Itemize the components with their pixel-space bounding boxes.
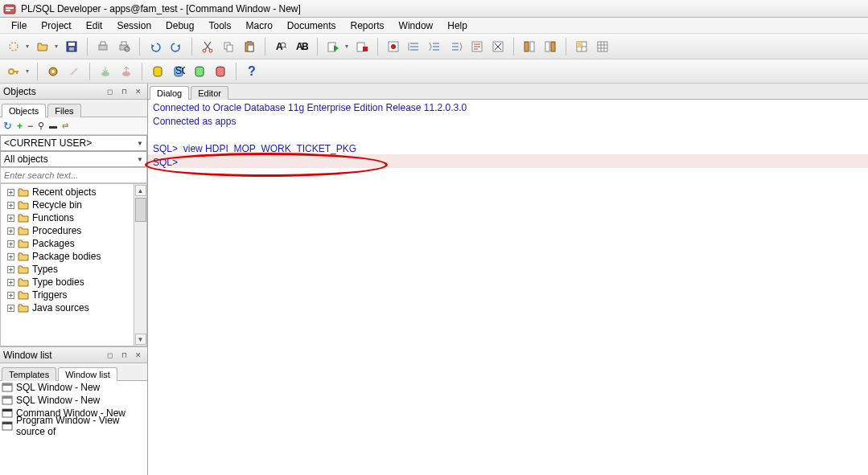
sql-prompt: SQL> bbox=[153, 157, 178, 168]
tree-node-functions[interactable]: +Functions bbox=[1, 211, 134, 224]
menu-macro[interactable]: Macro bbox=[239, 18, 278, 33]
svg-rect-7 bbox=[99, 45, 107, 50]
object-filter-combo[interactable]: All objects ▼ bbox=[0, 151, 147, 167]
svg-rect-17 bbox=[247, 41, 252, 43]
menu-file[interactable]: File bbox=[5, 18, 33, 33]
dim-icon[interactable] bbox=[65, 63, 83, 80]
tree-node-packagebodies[interactable]: +Package bodies bbox=[1, 250, 134, 263]
tree-node-javasources[interactable]: +Java sources bbox=[1, 301, 134, 314]
add-icon[interactable]: + bbox=[17, 121, 23, 132]
tab-files[interactable]: Files bbox=[47, 104, 80, 117]
redo-icon[interactable] bbox=[167, 38, 185, 55]
remove-icon[interactable]: − bbox=[27, 121, 33, 132]
tree-node-recyclebin[interactable]: +Recycle bin bbox=[1, 199, 134, 211]
copy-icon[interactable] bbox=[220, 38, 237, 55]
menu-window[interactable]: Window bbox=[393, 18, 440, 33]
menu-edit[interactable]: Edit bbox=[80, 18, 109, 33]
scroll-thumb[interactable] bbox=[135, 198, 146, 222]
stop-icon[interactable] bbox=[353, 38, 371, 55]
svg-rect-51 bbox=[598, 42, 607, 51]
save-icon[interactable] bbox=[63, 38, 80, 55]
objects-tree[interactable]: +Recent objects +Recycle bin +Functions … bbox=[0, 183, 134, 346]
step-into-icon[interactable] bbox=[426, 38, 444, 55]
tree-node-procedures[interactable]: +Procedures bbox=[1, 224, 134, 237]
open-dropdown[interactable]: ▾ bbox=[53, 38, 60, 55]
db3-icon[interactable] bbox=[191, 63, 208, 80]
sql-prompt: SQL> bbox=[153, 143, 178, 154]
scroll-up-icon[interactable]: ▲ bbox=[135, 185, 146, 196]
gear-icon[interactable] bbox=[44, 63, 62, 80]
menubar: File Project Edit Session Debug Tools Ma… bbox=[0, 18, 868, 34]
refresh-icon[interactable]: ↻ bbox=[3, 120, 12, 132]
tool2-icon[interactable] bbox=[541, 38, 559, 55]
execute-dropdown[interactable]: ▾ bbox=[343, 38, 350, 55]
panel-autohide-icon[interactable]: ⊓ bbox=[118, 86, 130, 97]
tree-node-types[interactable]: +Types bbox=[1, 263, 134, 276]
key-dropdown[interactable]: ▾ bbox=[24, 63, 31, 80]
object-search-input[interactable] bbox=[0, 167, 147, 183]
undo-icon[interactable] bbox=[146, 38, 164, 55]
svg-point-13 bbox=[209, 49, 212, 52]
tab-editor[interactable]: Editor bbox=[191, 86, 228, 100]
tree-node-typebodies[interactable]: +Type bodies bbox=[1, 276, 134, 289]
command-console[interactable]: Connected to Oracle Database 11g Enterpr… bbox=[148, 100, 868, 475]
tab-windowlist[interactable]: Window list bbox=[58, 367, 117, 381]
menu-project[interactable]: Project bbox=[35, 18, 77, 33]
db4-icon[interactable] bbox=[212, 63, 229, 80]
replace-icon[interactable]: AB bbox=[293, 38, 311, 55]
tree-node-packages[interactable]: +Packages bbox=[1, 237, 134, 250]
print-preview-icon[interactable] bbox=[115, 38, 133, 55]
compare-icon[interactable]: ⇄ bbox=[62, 121, 68, 130]
svg-point-28 bbox=[391, 44, 396, 49]
find-icon[interactable]: A bbox=[272, 38, 290, 55]
svg-rect-9 bbox=[120, 45, 128, 50]
menu-reports[interactable]: Reports bbox=[344, 18, 391, 33]
menu-session[interactable]: Session bbox=[110, 18, 158, 33]
new-dropdown[interactable]: ▾ bbox=[24, 38, 31, 55]
grid2-icon[interactable] bbox=[594, 38, 611, 55]
breakpoint-icon[interactable] bbox=[385, 38, 402, 55]
current-user-combo[interactable]: <CURRENT USER> ▼ bbox=[0, 135, 147, 151]
paste-icon[interactable] bbox=[241, 38, 258, 55]
execute-icon[interactable] bbox=[324, 38, 342, 55]
help-icon[interactable]: ? bbox=[243, 63, 261, 80]
new-icon[interactable] bbox=[5, 38, 23, 55]
tree-node-recent[interactable]: +Recent objects bbox=[1, 186, 134, 199]
panel-pin-icon[interactable]: ◻ bbox=[104, 350, 115, 361]
tab-dialog[interactable]: Dialog bbox=[150, 86, 189, 100]
grid1-icon[interactable] bbox=[573, 38, 590, 55]
panel-autohide-icon[interactable]: ⊓ bbox=[118, 350, 130, 361]
svg-point-3 bbox=[10, 43, 18, 51]
print-icon[interactable] bbox=[94, 38, 112, 55]
panel-close-icon[interactable]: ✕ bbox=[133, 86, 144, 97]
step-out-icon[interactable] bbox=[447, 38, 465, 55]
menu-help[interactable]: Help bbox=[441, 18, 474, 33]
key-icon[interactable] bbox=[5, 63, 23, 80]
scroll-down-icon[interactable]: ▼ bbox=[135, 334, 146, 345]
svg-point-12 bbox=[203, 49, 206, 52]
open-icon[interactable] bbox=[34, 38, 51, 55]
tool1-icon[interactable] bbox=[520, 38, 538, 55]
panel-close-icon[interactable]: ✕ bbox=[133, 350, 144, 361]
cut-icon[interactable] bbox=[199, 38, 216, 55]
menu-tools[interactable]: Tools bbox=[202, 18, 237, 33]
tree-node-triggers[interactable]: +Triggers bbox=[1, 289, 134, 301]
rollback-icon[interactable] bbox=[117, 63, 135, 80]
window-list-item[interactable]: SQL Window - New bbox=[0, 381, 147, 394]
beautify-icon[interactable] bbox=[489, 38, 507, 55]
window-list-item[interactable]: Program Window - View source of bbox=[0, 420, 147, 432]
step-over-icon[interactable] bbox=[405, 38, 423, 55]
filter-icon[interactable]: ▬ bbox=[49, 121, 57, 130]
format-icon[interactable] bbox=[468, 38, 486, 55]
tab-objects[interactable]: Objects bbox=[2, 104, 46, 117]
panel-pin-icon[interactable]: ◻ bbox=[104, 86, 115, 97]
db1-icon[interactable] bbox=[149, 63, 167, 80]
find-object-icon[interactable]: ⚲ bbox=[38, 121, 44, 131]
menu-documents[interactable]: Documents bbox=[281, 18, 343, 33]
db2-icon[interactable]: SQL bbox=[170, 63, 187, 80]
menu-debug[interactable]: Debug bbox=[159, 18, 200, 33]
tab-templates[interactable]: Templates bbox=[2, 367, 56, 381]
tree-scrollbar[interactable]: ▲ ▼ bbox=[134, 183, 147, 346]
window-list-item[interactable]: SQL Window - New bbox=[0, 394, 147, 407]
commit-icon[interactable] bbox=[97, 63, 114, 80]
